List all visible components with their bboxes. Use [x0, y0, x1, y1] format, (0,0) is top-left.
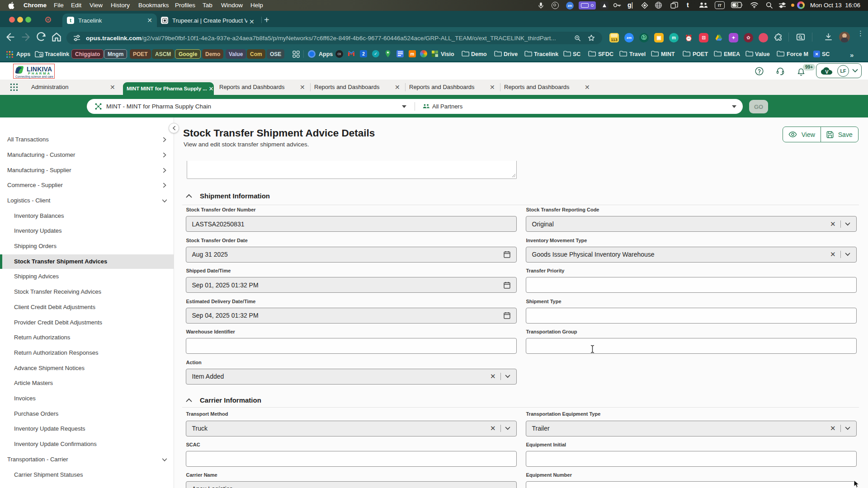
svg-text:V: V [825, 69, 829, 75]
